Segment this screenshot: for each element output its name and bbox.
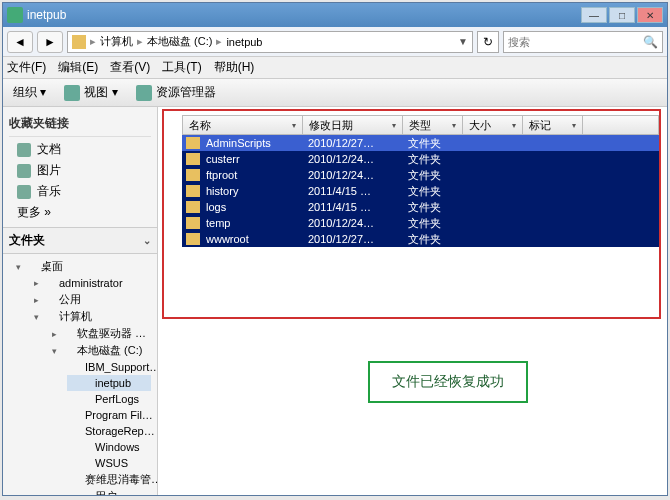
col-size[interactable]: 大小▾ xyxy=(463,116,523,134)
col-date[interactable]: 修改日期▾ xyxy=(303,116,403,134)
folder-icon xyxy=(186,153,200,165)
chevron-down-icon: ⌄ xyxy=(143,235,151,246)
file-type: 文件夹 xyxy=(402,216,462,231)
tree-desktop[interactable]: ▾桌面 xyxy=(13,258,151,275)
sidebar: 收藏夹链接 文档 图片 音乐 更多 » 文件夹⌄ ▾桌面 ▸administra… xyxy=(3,107,158,495)
menu-view[interactable]: 查看(V) xyxy=(110,59,150,76)
tree-floppy[interactable]: ▸软盘驱动器 … xyxy=(49,325,151,342)
menu-edit[interactable]: 编辑(E) xyxy=(58,59,98,76)
refresh-button[interactable]: ↻ xyxy=(477,31,499,53)
path-dropdown-icon[interactable]: ▼ xyxy=(458,36,468,47)
tree-users[interactable]: 用户 xyxy=(67,488,151,495)
address-bar[interactable]: ▸ 计算机 ▸ 本地磁盘 (C:) ▸ inetpub ▼ xyxy=(67,31,473,53)
file-type: 文件夹 xyxy=(402,136,462,151)
picture-icon xyxy=(17,164,31,178)
file-row[interactable]: logs2011/4/15 …文件夹 xyxy=(182,199,659,215)
views-icon xyxy=(64,85,80,101)
folder-icon xyxy=(79,376,93,390)
folder-icon xyxy=(79,392,93,406)
views-button[interactable]: 视图 ▾ xyxy=(60,82,121,103)
file-name: logs xyxy=(200,201,302,213)
tree-ibm[interactable]: IBM_Support… xyxy=(67,359,151,375)
favorites-pictures[interactable]: 图片 xyxy=(9,160,151,181)
folder-icon xyxy=(79,456,93,470)
file-row[interactable]: custerr2010/12/24…文件夹 xyxy=(182,151,659,167)
file-date: 2010/12/24… xyxy=(302,217,402,229)
file-date: 2010/12/27… xyxy=(302,137,402,149)
music-icon xyxy=(17,185,31,199)
folder-icon xyxy=(79,490,93,496)
path-seg-2[interactable]: 本地磁盘 (C:) xyxy=(147,34,212,49)
file-name: wwwroot xyxy=(200,233,302,245)
tree-windows[interactable]: Windows xyxy=(67,439,151,455)
search-box[interactable]: 🔍 xyxy=(503,31,663,53)
tree-admin[interactable]: ▸administrator xyxy=(31,275,151,291)
folders-header[interactable]: 文件夹⌄ xyxy=(3,227,157,254)
back-button[interactable]: ◄ xyxy=(7,31,33,53)
file-date: 2010/12/24… xyxy=(302,169,402,181)
tree-cdrive[interactable]: ▾本地磁盘 (C:) xyxy=(49,342,151,359)
success-callout: 文件已经恢复成功 xyxy=(368,361,528,403)
minimize-button[interactable]: — xyxy=(581,7,607,23)
file-row[interactable]: temp2010/12/24…文件夹 xyxy=(182,215,659,231)
file-row[interactable]: AdminScripts2010/12/27…文件夹 xyxy=(182,135,659,151)
folder-icon xyxy=(186,201,200,213)
file-name: history xyxy=(200,185,302,197)
file-type: 文件夹 xyxy=(402,168,462,183)
file-date: 2010/12/24… xyxy=(302,153,402,165)
tree-progfiles[interactable]: Program Fil… xyxy=(67,407,151,423)
title-bar: inetpub — □ ✕ xyxy=(3,3,667,27)
organize-button[interactable]: 组织 ▾ xyxy=(9,82,50,103)
favorites-docs[interactable]: 文档 xyxy=(9,139,151,160)
folder-icon xyxy=(186,169,200,181)
favorites-more[interactable]: 更多 » xyxy=(9,202,151,223)
file-date: 2010/12/27… xyxy=(302,233,402,245)
document-icon xyxy=(17,143,31,157)
file-row[interactable]: wwwroot2010/12/27…文件夹 xyxy=(182,231,659,247)
folder-icon xyxy=(69,360,83,374)
folder-icon xyxy=(79,440,93,454)
resource-manager-button[interactable]: 资源管理器 xyxy=(132,82,220,103)
path-seg-1[interactable]: 计算机 xyxy=(100,34,133,49)
tree-perflogs[interactable]: PerfLogs xyxy=(67,391,151,407)
file-name: AdminScripts xyxy=(200,137,302,149)
menu-file[interactable]: 文件(F) xyxy=(7,59,46,76)
explorer-window: inetpub — □ ✕ ◄ ► ▸ 计算机 ▸ 本地磁盘 (C:) ▸ in… xyxy=(2,2,668,496)
tree-computer[interactable]: ▾计算机 xyxy=(31,308,151,325)
tree-storagerep[interactable]: StorageRep… xyxy=(67,423,151,439)
favorites-music[interactable]: 音乐 xyxy=(9,181,151,202)
folder-icon xyxy=(186,185,200,197)
column-headers: 名称▾ 修改日期▾ 类型▾ 大小▾ 标记▾ xyxy=(182,115,659,135)
file-row[interactable]: ftproot2010/12/24…文件夹 xyxy=(182,167,659,183)
close-button[interactable]: ✕ xyxy=(637,7,663,23)
folder-icon xyxy=(43,293,57,307)
file-name: ftproot xyxy=(200,169,302,181)
col-name[interactable]: 名称▾ xyxy=(183,116,303,134)
menu-help[interactable]: 帮助(H) xyxy=(214,59,255,76)
col-tags[interactable]: 标记▾ xyxy=(523,116,583,134)
app-icon xyxy=(7,7,23,23)
desktop-icon xyxy=(25,260,39,274)
menu-tools[interactable]: 工具(T) xyxy=(162,59,201,76)
resmgr-icon xyxy=(136,85,152,101)
tree-public[interactable]: ▸公用 xyxy=(31,291,151,308)
folder-icon xyxy=(69,473,83,487)
path-seg-3[interactable]: inetpub xyxy=(226,36,262,48)
tree-sws[interactable]: 赛维思消毒管… xyxy=(67,471,151,488)
toolbar: 组织 ▾ 视图 ▾ 资源管理器 xyxy=(3,79,667,107)
file-row[interactable]: history2011/4/15 …文件夹 xyxy=(182,183,659,199)
nav-bar: ◄ ► ▸ 计算机 ▸ 本地磁盘 (C:) ▸ inetpub ▼ ↻ 🔍 xyxy=(3,27,667,57)
file-date: 2011/4/15 … xyxy=(302,185,402,197)
tree-wsus[interactable]: WSUS xyxy=(67,455,151,471)
file-type: 文件夹 xyxy=(402,152,462,167)
file-type: 文件夹 xyxy=(402,232,462,247)
forward-button[interactable]: ► xyxy=(37,31,63,53)
floppy-icon xyxy=(61,327,75,341)
col-type[interactable]: 类型▾ xyxy=(403,116,463,134)
file-name: temp xyxy=(200,217,302,229)
maximize-button[interactable]: □ xyxy=(609,7,635,23)
user-icon xyxy=(43,276,57,290)
favorites-header: 收藏夹链接 xyxy=(9,111,151,137)
search-input[interactable] xyxy=(508,36,643,48)
tree-inetpub[interactable]: inetpub xyxy=(67,375,151,391)
